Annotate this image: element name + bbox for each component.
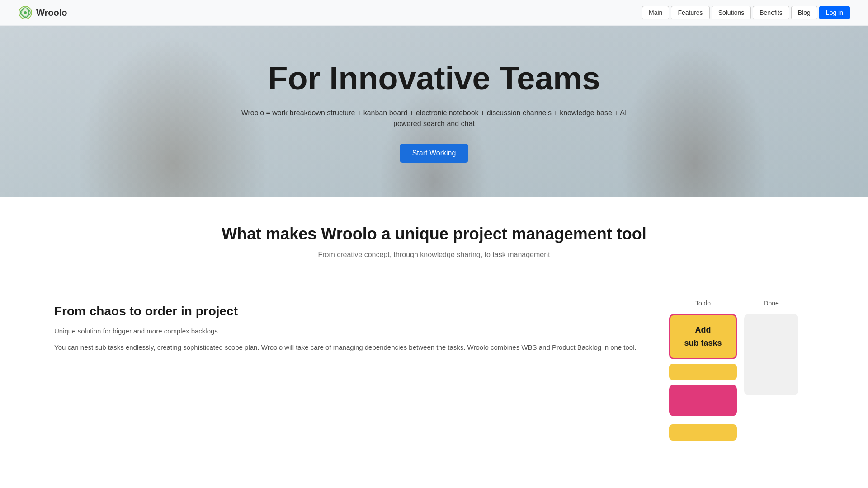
kanban-card-line2: sub tasks bbox=[684, 338, 722, 348]
chaos-visual: To do Add sub tasks Done bbox=[669, 295, 814, 445]
kanban-pink-card bbox=[669, 385, 737, 416]
kanban-pink-sub bbox=[669, 424, 737, 441]
nav-solutions[interactable]: Solutions bbox=[712, 6, 751, 19]
section-unique: What makes Wroolo a unique project manag… bbox=[0, 197, 868, 277]
kanban-card-add-subtasks[interactable]: Add sub tasks bbox=[669, 314, 737, 359]
section-chaos: From chaos to order in project Unique so… bbox=[0, 277, 868, 463]
logo-icon bbox=[18, 5, 33, 20]
kanban-col-done-header: Done bbox=[744, 300, 798, 307]
chaos-desc2: You can nest sub tasks endlessly, creati… bbox=[54, 342, 642, 353]
start-working-button[interactable]: Start Working bbox=[400, 144, 469, 163]
unique-subtitle: From creative concept, through knowledge… bbox=[18, 251, 850, 259]
login-button[interactable]: Log in bbox=[819, 6, 850, 19]
hero-subtitle: Wroolo = work breakdown structure + kanb… bbox=[240, 108, 628, 129]
chaos-text: From chaos to order in project Unique so… bbox=[54, 295, 642, 358]
nav-blog[interactable]: Blog bbox=[791, 6, 817, 19]
hero-title: For Innovative Teams bbox=[240, 61, 628, 96]
nav-benefits[interactable]: Benefits bbox=[753, 6, 789, 19]
navbar: Wroolo Main Features Solutions Benefits … bbox=[0, 0, 868, 26]
kanban-col-done: Done bbox=[744, 300, 798, 441]
kanban-board: To do Add sub tasks Done bbox=[669, 295, 814, 445]
kanban-done-card bbox=[744, 314, 798, 395]
kanban-col-todo-header: To do bbox=[669, 300, 737, 307]
kanban-card-line1: Add bbox=[695, 325, 711, 335]
chaos-desc1: Unique solution for bigger and more comp… bbox=[54, 326, 642, 337]
logo-area: Wroolo bbox=[18, 5, 67, 20]
kanban-sub-card-1 bbox=[669, 364, 737, 380]
unique-title: What makes Wroolo a unique project manag… bbox=[18, 225, 850, 244]
logo-text: Wroolo bbox=[36, 8, 67, 18]
nav-features[interactable]: Features bbox=[671, 6, 709, 19]
kanban-col-todo: To do Add sub tasks bbox=[669, 300, 737, 441]
nav-links: Main Features Solutions Benefits Blog Lo… bbox=[642, 6, 850, 19]
hero-section: For Innovative Teams Wroolo = work break… bbox=[0, 26, 868, 197]
chaos-title: From chaos to order in project bbox=[54, 304, 642, 319]
svg-point-3 bbox=[24, 11, 27, 14]
nav-main[interactable]: Main bbox=[642, 6, 669, 19]
hero-content: For Innovative Teams Wroolo = work break… bbox=[231, 61, 637, 162]
